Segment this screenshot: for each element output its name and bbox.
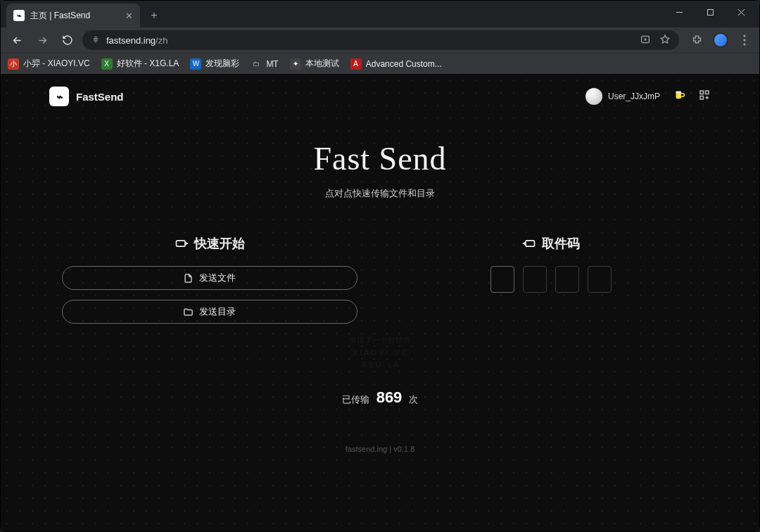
page-viewport: 发现了一个好软件 X I A O Y I . V C X 1 G . L A ⌁…: [1, 74, 759, 531]
svg-point-2: [743, 34, 745, 37]
pickup-column: 取件码: [391, 235, 711, 334]
svg-rect-10: [176, 241, 185, 246]
browser-toolbar: fastsend.ing/zh: [1, 27, 759, 53]
window-minimize-button[interactable]: [664, 1, 695, 23]
address-bar[interactable]: fastsend.ing/zh: [82, 30, 679, 50]
svg-rect-6: [676, 91, 681, 93]
bookmark-label: Advanced Custom...: [366, 59, 442, 69]
pickup-code-digit-4[interactable]: [588, 266, 612, 293]
extensions-icon[interactable]: [688, 31, 706, 49]
bookmark-favicon: ✦: [290, 58, 301, 70]
browser-menu-icon[interactable]: [735, 31, 754, 49]
send-icon: [175, 236, 189, 251]
svg-rect-8: [706, 91, 709, 94]
svg-rect-9: [700, 96, 704, 100]
folder-icon: 🗀: [251, 58, 262, 70]
bookmark-favicon: X: [101, 58, 113, 70]
bookmark-item[interactable]: ✦本地测试: [290, 58, 339, 70]
bookmark-favicon: W: [190, 58, 201, 70]
address-url: fastsend.ing/zh: [106, 35, 167, 46]
tab-title: 主页 | FastSend: [30, 10, 90, 22]
transfer-stats: 已传输 869 次: [42, 388, 718, 407]
send-file-button[interactable]: 发送文件: [62, 266, 357, 290]
bookmark-label: MT: [266, 59, 278, 69]
bookmark-favicon: 小: [8, 58, 19, 70]
bookmark-item[interactable]: X好软件 - X1G.LA: [101, 58, 179, 70]
hero-section: Fast Send 点对点快速传输文件和目录: [42, 140, 718, 200]
browser-tab[interactable]: ⌁ 主页 | FastSend ✕: [6, 4, 140, 27]
brand-logo[interactable]: ⌁ FastSend: [49, 87, 124, 106]
window-close-button[interactable]: [726, 1, 756, 23]
pickup-heading: 取件码: [391, 235, 711, 252]
svg-point-4: [743, 43, 745, 45]
stats-count: 869: [372, 388, 407, 406]
bookmark-item[interactable]: AAdvanced Custom...: [350, 58, 442, 70]
footer-text: fastsend.ing | v0.1.8: [346, 445, 414, 453]
bookmarks-bar: 小小羿 - XIAOYI.VC X好软件 - X1G.LA W发现脑彩 🗀MT …: [1, 53, 759, 74]
svg-rect-7: [700, 91, 704, 94]
bookmark-item[interactable]: W发现脑彩: [190, 58, 239, 70]
nav-reload-button[interactable]: [57, 30, 78, 51]
pickup-code-digit-1[interactable]: [490, 266, 514, 293]
hero-title: Fast Send: [42, 140, 718, 177]
bookmark-item[interactable]: 小小羿 - XIAOYI.VC: [8, 58, 90, 70]
bookmark-favicon: A: [350, 58, 362, 70]
brand-name: FastSend: [76, 91, 124, 103]
svg-point-3: [743, 39, 745, 41]
window-maximize-button[interactable]: [695, 1, 726, 23]
brand-logo-icon: ⌁: [49, 87, 69, 106]
stats-suffix: 次: [409, 394, 418, 405]
new-tab-button[interactable]: +: [144, 6, 164, 25]
pickup-code-inputs: [391, 266, 711, 293]
tab-favicon: ⌁: [13, 10, 25, 21]
install-app-icon[interactable]: [640, 34, 651, 47]
send-dir-label: 发送目录: [199, 305, 236, 318]
bookmark-folder[interactable]: 🗀MT: [251, 58, 278, 70]
pickup-code-digit-3[interactable]: [555, 266, 579, 293]
quick-start-column: 快速开始 发送文件 发送目录: [49, 235, 369, 334]
svg-rect-0: [707, 9, 713, 15]
browser-window: ⌁ 主页 | FastSend ✕ + fastsend.ing/zh: [0, 0, 760, 532]
receive-icon: [522, 236, 536, 251]
username: User_JJxJmP: [608, 91, 660, 101]
pickup-heading-text: 取件码: [542, 235, 580, 252]
hero-subtitle: 点对点快速传输文件和目录: [42, 187, 718, 200]
tab-close-icon[interactable]: ✕: [125, 11, 133, 21]
svg-rect-11: [526, 241, 535, 246]
bookmark-label: 发现脑彩: [205, 58, 239, 70]
send-directory-button[interactable]: 发送目录: [62, 300, 357, 324]
titlebar: ⌁ 主页 | FastSend ✕ +: [1, 1, 759, 27]
stats-prefix: 已传输: [342, 394, 369, 405]
buymeacoffee-icon[interactable]: [673, 87, 685, 106]
main-columns: 快速开始 发送文件 发送目录 取件码: [42, 235, 718, 334]
bookmark-label: 好软件 - X1G.LA: [117, 58, 179, 70]
nav-forward-button[interactable]: [32, 30, 53, 51]
quick-start-heading-text: 快速开始: [194, 235, 245, 252]
file-icon: [183, 273, 194, 284]
window-controls: [664, 1, 756, 23]
profile-avatar[interactable]: [713, 32, 728, 48]
user-chip[interactable]: User_JJxJmP: [585, 88, 660, 105]
folder-icon: [183, 307, 194, 317]
bookmark-label: 小羿 - XIAOYI.VC: [23, 58, 90, 70]
user-avatar-icon: [585, 88, 602, 105]
pickup-code-digit-2[interactable]: [523, 266, 547, 293]
quick-start-heading: 快速开始: [49, 235, 369, 252]
bookmark-star-icon[interactable]: [659, 34, 671, 47]
send-file-label: 发送文件: [199, 272, 236, 284]
page-footer: fastsend.ing | v0.1.8: [42, 445, 718, 453]
site-settings-icon[interactable]: [91, 34, 101, 46]
bookmark-label: 本地测试: [305, 58, 339, 70]
app-grid-icon[interactable]: [698, 89, 711, 104]
app-header: ⌁ FastSend User_JJxJmP: [42, 74, 718, 119]
nav-back-button[interactable]: [6, 30, 27, 51]
